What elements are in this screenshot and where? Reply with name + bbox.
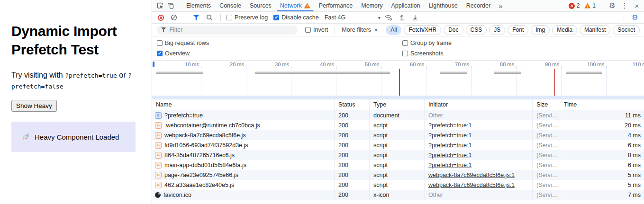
export-har-icon[interactable] [410, 13, 420, 22]
tab-label: Network [280, 2, 302, 9]
cell-time: 4 ms [560, 130, 644, 140]
tab-console[interactable]: Console [215, 0, 245, 11]
filter-input-pill[interactable] [157, 26, 298, 35]
tab-recorder[interactable]: Recorder [462, 0, 495, 11]
cell-initiator: webpack-8a7c69ecda8c5f6e.js:1 [425, 180, 533, 190]
checkbox[interactable] [227, 15, 232, 20]
initiator-link[interactable]: ?prefetch=true:1 [428, 122, 472, 129]
warning-icon: ! [584, 3, 590, 9]
initiator-link[interactable]: webpack-8a7c69ecda8c5f6e.js:1 [428, 172, 515, 178]
error-count-badge[interactable]: ✕2 [567, 2, 581, 9]
table-row[interactable]: ‹›webpack-8a7c69ecda8c5f6e.js200script?p… [152, 130, 644, 140]
device-toolbar-icon[interactable] [165, 1, 176, 10]
divider [179, 2, 179, 9]
filter-chip-css[interactable]: CSS [466, 25, 487, 35]
group-by-frame-label: Group by frame [410, 40, 452, 46]
cell-name: ‹›webpack-8a7c69ecda8c5f6e.js [152, 130, 335, 140]
column-header-size[interactable]: Size [533, 99, 560, 110]
close-devtools-icon[interactable]: × [632, 1, 642, 10]
tab-performance[interactable]: Performance [315, 0, 357, 11]
table-row[interactable]: ‹›main-app-dd5d01d5f584e6fa.js200script?… [152, 160, 644, 170]
import-har-icon[interactable] [397, 13, 407, 22]
more-filters-dropdown[interactable]: More filters ▾ [342, 27, 377, 33]
filter-chip-manifest[interactable]: Manifest [580, 25, 610, 35]
disable-cache-checkbox[interactable]: Disable cache [273, 14, 319, 21]
request-name: .webcontainer@runtime.cb7c0bca.js [164, 122, 260, 129]
column-header-status[interactable]: Status [335, 99, 370, 110]
overview-left-handle[interactable] [153, 62, 154, 67]
cell-type: script [370, 120, 425, 130]
overview-checkbox[interactable]: Overview [157, 50, 209, 57]
big-request-rows-checkbox[interactable]: Big request rows [157, 40, 209, 46]
filter-chip-fetch-xhr[interactable]: Fetch/XHR [404, 25, 441, 35]
filter-input[interactable] [169, 27, 293, 33]
screenshots-checkbox[interactable]: Screenshots [402, 50, 644, 57]
column-header-type[interactable]: Type [370, 99, 425, 110]
table-row[interactable]: ‹›page-7ae23e0925745e66.js200scriptwebpa… [152, 170, 644, 180]
tab-sources[interactable]: Sources [245, 0, 276, 11]
initiator-link[interactable]: ?prefetch=true:1 [428, 152, 472, 159]
cell-size: (Servi… [533, 160, 560, 170]
checkbox[interactable] [402, 40, 408, 46]
divider [185, 14, 185, 21]
filter-chip-socket[interactable]: Socket [613, 25, 640, 35]
table-row[interactable]: favicon.ico200x-iconOther(Servi…7 ms [152, 190, 644, 200]
table-row[interactable]: ‹›864-35da487265716ec6.js200script?prefe… [152, 150, 644, 160]
tab-elements[interactable]: Elements [182, 0, 215, 11]
table-row[interactable]: ‹›462.a33aae1ec82e40e5.js200scriptwebpac… [152, 180, 644, 190]
table-row[interactable]: ‹›.webcontainer@runtime.cb7c0bca.js200sc… [152, 120, 644, 130]
cell-type: script [370, 160, 425, 170]
checkbox[interactable] [273, 15, 279, 20]
initiator-link[interactable]: ?prefetch=true:1 [428, 132, 472, 139]
show-heavy-button[interactable]: Show Heavy [11, 100, 57, 112]
network-tab-warning-icon: ! [304, 3, 310, 9]
filter-chip-font[interactable]: Font [508, 25, 528, 35]
search-icon[interactable] [204, 13, 215, 22]
invert-checkbox[interactable]: Invert [305, 27, 328, 33]
request-name: main-app-dd5d01d5f584e6fa.js [164, 162, 246, 169]
requests-table: NameStatusTypeInitiatorSizeTime ≡?prefet… [152, 99, 644, 200]
timeline-ruler[interactable]: 10 ms20 ms30 ms40 ms50 ms60 ms70 ms80 ms… [152, 61, 644, 69]
network-conditions-icon[interactable] [383, 13, 394, 22]
throttling-select[interactable]: Fast 4G ▾ [325, 14, 381, 21]
group-by-frame-checkbox[interactable]: Group by frame [402, 40, 644, 46]
tab-network[interactable]: Network! [276, 0, 315, 11]
more-tabs-icon[interactable]: » [495, 2, 506, 10]
filter-chip-img[interactable]: Img [531, 25, 550, 35]
network-settings-gear-icon[interactable]: ⚙ [630, 13, 640, 22]
column-header-name[interactable]: Name [152, 99, 335, 110]
table-row[interactable]: ≡?prefetch=true200documentOther(Servi…11… [152, 110, 644, 120]
filter-icon[interactable] [191, 13, 201, 22]
filter-chip-js[interactable]: JS [489, 25, 505, 35]
inspect-element-icon[interactable] [155, 1, 165, 10]
tab-application[interactable]: Application [387, 0, 424, 11]
timeline-tick-label: 110 ms [621, 62, 644, 67]
overview-waterfall-chart[interactable] [152, 69, 644, 96]
table-row[interactable]: ‹›fd9d1056-693ad74f37592d3e.js200script?… [152, 140, 644, 150]
tab-label: Sources [250, 2, 272, 9]
initiator-link[interactable]: webpack-8a7c69ecda8c5f6e.js:1 [428, 182, 515, 188]
initiator-link[interactable]: ?prefetch=true:1 [428, 142, 472, 149]
settings-gear-icon[interactable]: ⚙ [607, 1, 617, 10]
checkbox[interactable] [402, 51, 408, 56]
tab-lighthouse[interactable]: Lighthouse [425, 0, 462, 11]
request-name: 864-35da487265716ec6.js [164, 152, 235, 159]
initiator-link[interactable]: ?prefetch=true:1 [428, 162, 472, 169]
timeline-gridline [471, 69, 472, 96]
column-header-initiator[interactable]: Initiator [425, 99, 533, 110]
checkbox[interactable] [305, 27, 311, 33]
filter-chip-doc[interactable]: Doc [444, 25, 463, 35]
clear-network-log-icon[interactable] [169, 13, 179, 22]
checkbox[interactable] [157, 40, 163, 46]
column-header-time[interactable]: Time [560, 99, 644, 110]
record-network-log-icon[interactable] [158, 15, 164, 21]
warning-count-badge[interactable]: !1 [583, 2, 597, 9]
filter-chip-all[interactable]: All [386, 25, 401, 35]
tab-memory[interactable]: Memory [357, 0, 387, 11]
filter-chip-media[interactable]: Media [552, 25, 577, 35]
divider [602, 2, 602, 9]
preserve-log-checkbox[interactable]: Preserve log [227, 14, 268, 21]
kebab-menu-icon[interactable]: ⋮ [619, 1, 630, 10]
checkbox[interactable] [157, 51, 163, 56]
cell-initiator: ?prefetch=true:1 [425, 160, 533, 170]
